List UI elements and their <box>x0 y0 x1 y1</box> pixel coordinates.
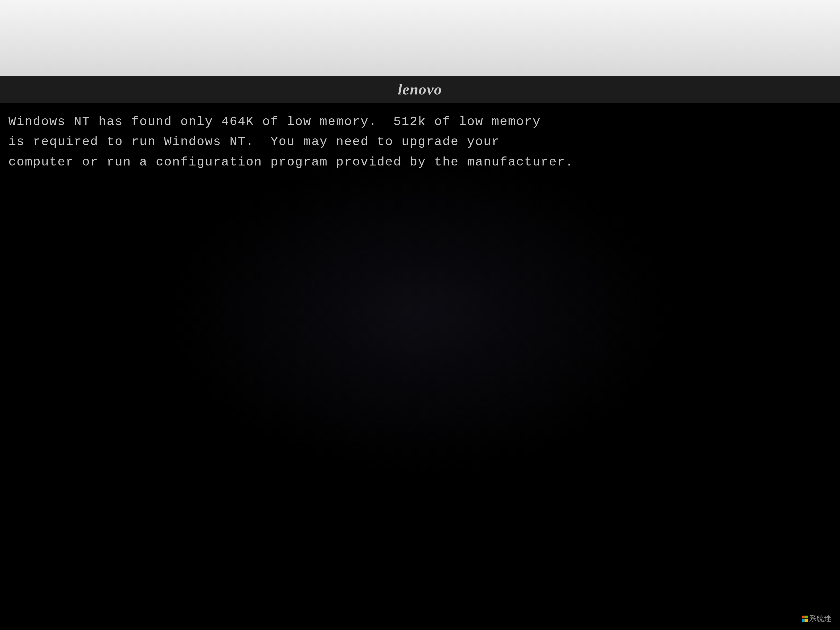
lenovo-logo: lenovo <box>398 81 442 98</box>
error-line-2: is required to run Windows NT. You may n… <box>8 132 832 152</box>
photo-container: lenovo Windows NT has found only 464K of… <box>0 0 840 630</box>
monitor-wrapper: lenovo Windows NT has found only 464K of… <box>0 76 840 630</box>
windows-icon-q4 <box>805 619 808 622</box>
windows-icon-q2 <box>805 616 808 619</box>
monitor-top-bar: lenovo <box>0 76 840 103</box>
error-line-1: Windows NT has found only 464K of low me… <box>8 112 832 132</box>
screen-glow <box>168 156 672 472</box>
watermark: 系统迷 <box>802 614 832 624</box>
watermark-text: 系统迷 <box>809 614 832 624</box>
windows-icon-q3 <box>802 619 805 622</box>
windows-icon-q1 <box>802 616 805 619</box>
monitor-screen: Windows NT has found only 464K of low me… <box>0 103 840 630</box>
windows-icon <box>802 616 808 622</box>
error-line-3: computer or run a configuration program … <box>8 152 832 172</box>
monitor-bezel: lenovo Windows NT has found only 464K of… <box>0 76 840 630</box>
error-text-container: Windows NT has found only 464K of low me… <box>0 103 840 180</box>
